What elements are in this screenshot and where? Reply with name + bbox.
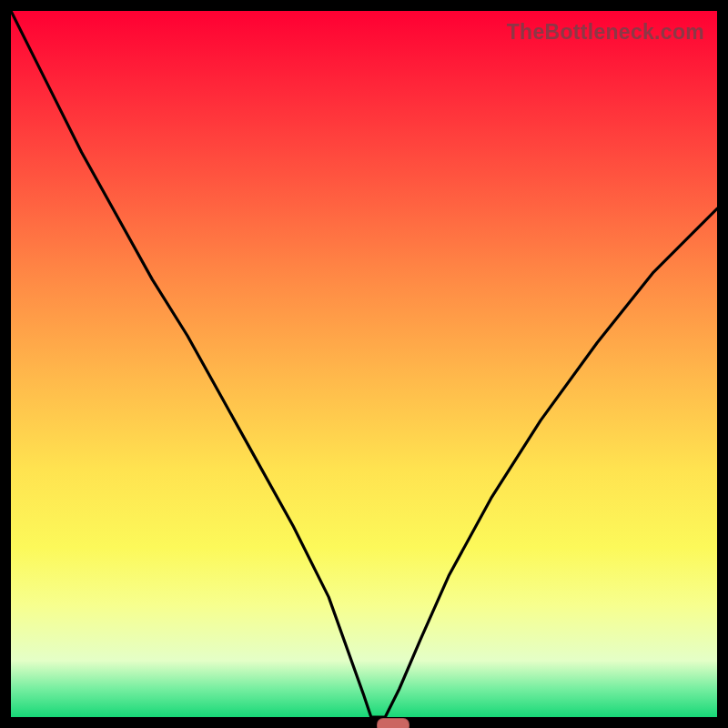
bottleneck-curve-path <box>11 11 717 717</box>
plot-area: TheBottleneck.com <box>11 11 717 717</box>
optimum-marker <box>377 718 410 728</box>
bottleneck-chart: TheBottleneck.com <box>0 0 728 728</box>
curve-layer <box>11 11 717 717</box>
